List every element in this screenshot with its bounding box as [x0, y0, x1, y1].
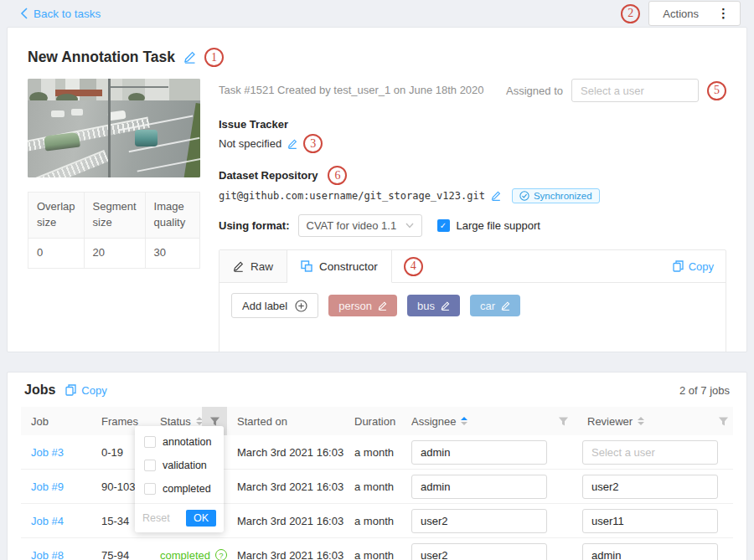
tab-raw[interactable]: Raw: [219, 250, 287, 282]
col-header-duration[interactable]: Duration: [344, 407, 401, 435]
copy-jobs-link[interactable]: Copy: [65, 384, 106, 397]
assignee-input[interactable]: [411, 543, 547, 560]
sort-icon-reviewer[interactable]: [638, 417, 644, 425]
format-select[interactable]: CVAT for video 1.1: [298, 214, 422, 237]
add-label-button-label: Add label: [242, 300, 287, 312]
col-header-reviewer[interactable]: Reviewer: [577, 407, 713, 435]
param-header-quality: Image quality: [146, 193, 199, 239]
col-header-started[interactable]: Started on: [227, 407, 344, 435]
job-link[interactable]: Job #3: [31, 446, 64, 459]
format-select-value: CVAT for video 1.1: [307, 219, 397, 232]
label-chip-bus-name: bus: [417, 300, 435, 312]
checkbox-unchecked-icon[interactable]: [144, 460, 156, 471]
job-started: March 3rd 2021 16:03: [227, 549, 344, 560]
annotation-circle-1: 1: [204, 48, 224, 67]
plus-circle-icon: [295, 300, 307, 312]
sync-badge-label: Synchronized: [534, 191, 592, 201]
filter-option-validation-label: validation: [163, 460, 207, 471]
filter-icon-assignee[interactable]: [549, 407, 577, 435]
repository-url[interactable]: git@github.com:username/git_storage_v123…: [219, 190, 485, 202]
assignee-input[interactable]: [411, 475, 547, 499]
copy-icon: [65, 384, 76, 396]
col-header-job[interactable]: Job: [21, 407, 91, 435]
job-link[interactable]: Job #4: [31, 515, 64, 527]
thumb-pole-arm: [108, 86, 168, 88]
job-link[interactable]: Job #8: [31, 549, 64, 560]
copy-labels-label: Copy: [689, 260, 714, 273]
sync-status-badge: Synchronized: [512, 188, 600, 203]
job-started: March 3rd 2021 16:03: [227, 480, 344, 493]
pencil-icon: [233, 261, 244, 272]
using-format-label: Using format:: [219, 219, 290, 232]
pencil-icon[interactable]: [501, 301, 510, 311]
filter-reset-button[interactable]: Reset: [142, 512, 170, 524]
task-title: New Annotation Task: [28, 49, 175, 66]
job-link[interactable]: Job #9: [31, 480, 64, 493]
label-chip-car[interactable]: car: [470, 295, 520, 316]
filter-option-validation[interactable]: validation: [135, 454, 224, 477]
label-chip-bus[interactable]: bus: [407, 295, 460, 316]
checkbox-checked-icon: ✓: [437, 219, 450, 232]
task-details-card: New Annotation Task 1: [7, 27, 747, 352]
param-value-overlap: 0: [28, 239, 85, 268]
back-to-tasks-link[interactable]: Back to tasks: [20, 8, 101, 20]
filter-ok-button[interactable]: OK: [186, 510, 216, 527]
issue-tracker-label: Issue Tracker: [219, 118, 726, 131]
job-duration: a month: [344, 515, 401, 527]
reviewer-input[interactable]: [582, 475, 718, 499]
checkbox-unchecked-icon[interactable]: [144, 483, 156, 495]
filter-option-completed[interactable]: completed: [135, 477, 224, 501]
edit-title-icon[interactable]: [183, 51, 196, 64]
jobs-card: Jobs Copy 2 of 7 jobs Job Frames Status …: [7, 372, 747, 560]
label-chip-person[interactable]: person: [328, 295, 397, 316]
jobs-table-header: Job Frames Status Started on Duration As…: [21, 407, 733, 435]
checkbox-unchecked-icon[interactable]: [144, 436, 156, 448]
copy-labels-link[interactable]: Copy: [673, 260, 714, 273]
page: Back to tasks 2 Actions ⋮ New Annotation…: [0, 0, 754, 560]
thumb-pole: [108, 79, 111, 177]
col-header-assignee[interactable]: Assignee: [401, 407, 549, 435]
large-file-support-checkbox[interactable]: ✓ Large file support: [437, 219, 540, 232]
actions-button-label: Actions: [663, 8, 699, 20]
actions-button[interactable]: Actions ⋮: [648, 1, 741, 26]
filter-option-annotation[interactable]: annotation: [135, 430, 224, 454]
reviewer-input[interactable]: [582, 440, 718, 465]
filter-icon-reviewer[interactable]: [713, 407, 733, 435]
task-meta: Task #1521 Created by test_user_1 on Jun…: [219, 79, 484, 96]
pencil-icon[interactable]: [441, 301, 450, 311]
tab-constructor[interactable]: Constructor: [287, 250, 392, 283]
issue-tracker-value: Not specified: [219, 137, 281, 150]
annotation-circle-3: 3: [303, 134, 323, 153]
large-file-support-label: Large file support: [457, 219, 540, 232]
edit-issue-tracker-icon[interactable]: [287, 139, 297, 149]
assigned-to-label: Assigned to: [506, 85, 563, 97]
edit-repository-icon[interactable]: [491, 191, 501, 201]
chevron-down-icon: [405, 223, 414, 229]
pencil-icon[interactable]: [378, 301, 387, 311]
jobs-heading: Jobs: [24, 383, 55, 398]
reviewer-input[interactable]: [582, 509, 718, 533]
copy-icon: [673, 260, 684, 272]
job-duration: a month: [344, 480, 401, 493]
dataset-repository-label: Dataset Repository: [219, 169, 318, 182]
assignee-input[interactable]: [411, 509, 547, 533]
param-header-segment: Segment size: [85, 193, 146, 239]
help-circle-icon[interactable]: ?: [215, 549, 227, 560]
reviewer-input[interactable]: [582, 543, 718, 560]
thumb-car: [51, 110, 65, 117]
assignee-input[interactable]: [411, 440, 547, 465]
copy-jobs-label: Copy: [81, 384, 106, 397]
annotation-circle-6: 6: [328, 166, 347, 185]
assigned-to-input[interactable]: [571, 79, 699, 102]
job-row-4: Job #4 15-34 March 3rd 2021 16:03 a mont…: [21, 504, 733, 538]
annotation-circle-5: 5: [707, 81, 726, 100]
job-duration: a month: [344, 446, 401, 459]
add-label-button[interactable]: Add label: [231, 293, 318, 318]
check-circle-icon: [519, 191, 529, 201]
status-filter-dropdown: annotation validation completed Reset OK: [135, 426, 224, 532]
filter-option-completed-label: completed: [163, 483, 211, 495]
sort-icon-assignee[interactable]: [461, 417, 467, 425]
annotation-circle-2: 2: [621, 4, 640, 23]
param-value-segment: 20: [85, 239, 146, 268]
chevron-left-icon: [20, 8, 28, 19]
